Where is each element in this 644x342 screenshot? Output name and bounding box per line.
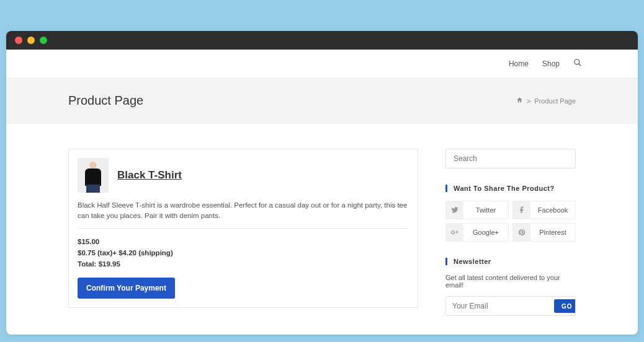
search-icon[interactable]: [573, 58, 582, 69]
product-description: Black Half Sleeve T-shirt is a wardrobe …: [78, 200, 409, 229]
page-title: Product Page: [68, 94, 143, 108]
minimize-window-icon[interactable]: [27, 37, 35, 44]
email-field[interactable]: [446, 297, 552, 315]
newsletter-heading: Newsletter: [445, 258, 576, 265]
product-card: Black T-Shirt Black Half Sleeve T-shirt …: [68, 149, 418, 308]
total-line: Total: $19.95: [78, 258, 409, 270]
product-image: [78, 158, 109, 193]
share-google-label: Google+: [463, 224, 508, 241]
search-input[interactable]: [445, 149, 576, 169]
share-grid: Twitter Facebook G+ Google+ Pinteres: [445, 201, 576, 242]
close-window-icon[interactable]: [15, 37, 22, 44]
newsletter-form: GO: [445, 296, 576, 316]
facebook-icon: [513, 201, 530, 219]
twitter-icon: [446, 201, 463, 219]
breadcrumb-home-icon[interactable]: [516, 97, 523, 105]
product-name-link[interactable]: Black T-Shirt: [117, 169, 182, 182]
share-twitter-label: Twitter: [463, 201, 508, 219]
breadcrumb: > Product Page: [516, 97, 576, 105]
share-facebook-label: Facebook: [530, 201, 575, 219]
maximize-window-icon[interactable]: [40, 37, 47, 44]
share-twitter-button[interactable]: Twitter: [445, 201, 509, 219]
nav-home[interactable]: Home: [509, 59, 529, 68]
window-titlebar: [6, 31, 638, 50]
svg-line-1: [579, 64, 581, 66]
newsletter-text: Get all latest content delivered to your…: [445, 274, 576, 289]
breadcrumb-current: Product Page: [534, 97, 576, 105]
content-area: Black T-Shirt Black Half Sleeve T-shirt …: [6, 124, 638, 335]
share-google-button[interactable]: G+ Google+: [445, 223, 509, 242]
go-button[interactable]: GO: [554, 299, 576, 313]
page-header: Product Page > Product Page: [6, 77, 638, 124]
google-plus-icon: G+: [446, 224, 463, 241]
share-facebook-button[interactable]: Facebook: [512, 201, 576, 219]
breadcrumb-separator: >: [527, 97, 530, 105]
browser-window: Home Shop Product Page > Product Page Bl…: [6, 31, 638, 335]
pinterest-icon: [513, 224, 530, 241]
share-pinterest-button[interactable]: Pinterest: [512, 223, 576, 242]
price-line: $15.00: [78, 236, 409, 247]
pricing-block: $15.00 $0.75 (tax)+ $4.20 (shipping) Tot…: [78, 236, 409, 270]
confirm-payment-button[interactable]: Confirm Your Payment: [78, 278, 175, 299]
share-pinterest-label: Pinterest: [530, 224, 575, 241]
svg-point-0: [575, 59, 579, 64]
sidebar: Want To Share The Product? Twitter Faceb…: [445, 149, 576, 316]
product-head: Black T-Shirt: [78, 158, 409, 193]
fees-line: $0.75 (tax)+ $4.20 (shipping): [78, 247, 409, 258]
nav-shop[interactable]: Shop: [542, 59, 560, 68]
share-heading: Want To Share The Product?: [445, 185, 576, 192]
top-nav: Home Shop: [6, 50, 638, 77]
